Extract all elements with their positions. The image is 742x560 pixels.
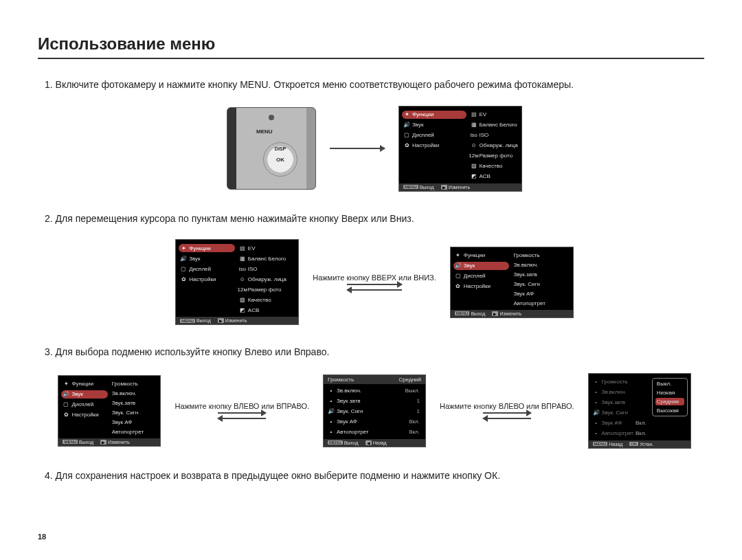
camera-dpad: DISP OK	[263, 142, 297, 177]
lcd-sound-detail: Громкость Средний •Зв.включ.Выкл. •Звук …	[323, 374, 426, 447]
display-icon: ▢	[403, 132, 410, 139]
page-number: 18	[38, 533, 46, 541]
camera-menu-label: MENU	[256, 128, 273, 135]
arrow-left-icon	[218, 418, 266, 419]
figure-row-3: ✦Функции 🔊Звук ▢Дисплей ✿Настройки Громк…	[45, 373, 704, 449]
page-title: Использование меню	[38, 34, 704, 59]
caption-updown: Нажмите кнопку ВВЕРХ или ВНИЗ.	[313, 273, 436, 291]
lcd-sound-selected: ✦Функции 🔊Звук ▢Дисплей ✿Настройки Громк…	[58, 375, 161, 447]
arrow-right-icon	[330, 148, 385, 149]
step-1: 1. Включите фотокамеру и нажмите кнопку …	[45, 78, 704, 92]
arrow-right-icon	[347, 284, 402, 285]
figure-row-2: ✦Функции 🔊Звук ▢Дисплей ✿Настройки ▤EV ▦…	[45, 239, 704, 325]
caption-leftright-2: Нажмите кнопку ВЛЕВО или ВПРАВО.	[440, 402, 574, 419]
step-2: 2. Для перемещения курсора по пунктам ме…	[45, 212, 704, 226]
camera-graphic: MENU DISP OK	[227, 107, 316, 190]
lcd-volume-options: •Громкость •Зв.включ. •Звук.затв 🔊Звук. …	[588, 373, 691, 449]
caption-leftright-1: Нажмите кнопку ВЛЕВО или ВПРАВО.	[175, 402, 309, 419]
camera-ok-label: OK	[276, 157, 284, 163]
sound-icon: 🔊	[403, 122, 410, 128]
camera-icon: ✦	[403, 111, 410, 118]
arrow-right-icon	[218, 412, 266, 414]
figure-row-1: MENU DISP OK ✦Функции 🔊Звук ▢Дисплей ✿На…	[45, 106, 704, 192]
lcd-menu-sound: ✦Функции 🔊Звук ▢Дисплей ✿Настройки Громк…	[450, 247, 574, 318]
arrow-left-icon	[347, 289, 402, 291]
arrow-right-icon	[483, 412, 531, 414]
step-3: 3. Для выбора подменю используйте кнопку…	[45, 346, 704, 359]
lcd-main-menu: ✦Функции 🔊Звук ▢Дисплей ✿Настройки ▤EV ▦…	[398, 106, 522, 192]
camera-disp-label: DISP	[275, 146, 286, 151]
lcd-menu-functions: ✦Функции 🔊Звук ▢Дисплей ✿Настройки ▤EV ▦…	[175, 239, 299, 325]
step-4: 4. Для сохранения настроек и возврата в …	[45, 469, 704, 483]
gear-icon: ✿	[403, 142, 410, 149]
arrow-left-icon	[483, 418, 531, 419]
